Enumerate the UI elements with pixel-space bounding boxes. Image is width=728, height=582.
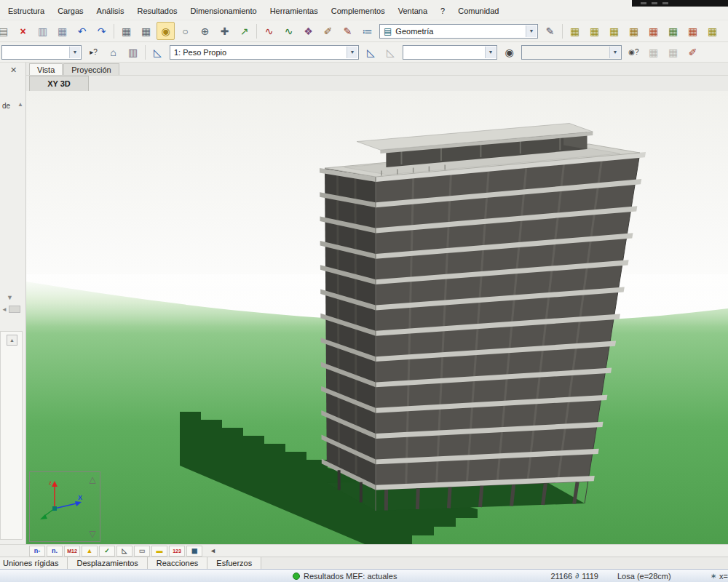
pan-icon[interactable]: ✚ [215, 22, 234, 40]
result-tab-esfuerzos[interactable]: Esfuerzos [207, 557, 261, 569]
status-member-count: 1119 [582, 572, 598, 581]
horizontal-scrollbar[interactable]: ◄ [1, 306, 20, 313]
nodes-numbering-icon[interactable]: n- [29, 546, 45, 557]
menu-comunidad[interactable]: Comunidad [451, 4, 505, 17]
menu-ventana[interactable]: Ventana [392, 4, 434, 17]
result-diagram-icon[interactable]: ∿ [260, 22, 278, 40]
find-results-icon[interactable]: ◉ [500, 43, 518, 61]
zoom-icon[interactable]: ○ [176, 22, 194, 40]
angle-icon[interactable]: ◺ [116, 546, 132, 557]
result-tab-desplazamientos[interactable]: Desplazamientos [68, 557, 147, 569]
calculator2-icon[interactable]: ▦ [137, 22, 155, 40]
display-options-strip: n-n.M12▲✓◺▭▬123▦ ◄ [0, 544, 728, 557]
viewport-3d[interactable]: △ ▽ z X [26, 91, 728, 544]
view-toolbar-group-d: ◉?▦▦✐ [624, 43, 703, 61]
visibility-grid2-icon[interactable]: ▦ [664, 43, 682, 61]
brush-icon[interactable]: ✎ [339, 22, 357, 40]
scroll-up-icon[interactable]: ▲ [17, 101, 23, 108]
nav-down-button[interactable]: ▽ [87, 528, 98, 540]
toolbar-separator [114, 24, 114, 39]
table-grid3-icon[interactable]: ▦ [605, 22, 623, 40]
pointer-mode-combo[interactable]: ▼ [1, 45, 82, 60]
menu--[interactable]: ? [434, 4, 451, 17]
table-grid1-icon[interactable]: ▦ [566, 22, 584, 40]
visibility-combo[interactable]: ▼ [521, 45, 622, 60]
view-toolbar-group-a: ▸?⌂▥◺ [84, 43, 167, 61]
count-separator-icon: ∂ [575, 572, 579, 580]
redo-icon[interactable]: ↷ [92, 22, 111, 40]
menu-estructura[interactable]: Estructura [1, 4, 51, 17]
data-navigator-combo[interactable]: ▤ Geometría ▼ [379, 24, 538, 39]
result-diagram2-icon[interactable]: ∿ [280, 22, 298, 40]
menu-dimensionamiento[interactable]: Dimensionamiento [184, 4, 264, 17]
table-grid2-icon[interactable]: ▦ [585, 22, 604, 40]
menu-an-lisis[interactable]: Análisis [90, 4, 131, 17]
menu-cargas[interactable]: Cargas [51, 4, 90, 17]
lock-icon[interactable]: ◉ [157, 22, 175, 40]
scrollbar-thumb[interactable] [9, 306, 20, 313]
tab-xy-3d[interactable]: XY 3D [29, 76, 89, 91]
grid-colors-icon[interactable]: ▦ [186, 546, 202, 557]
undo-icon[interactable]: ↶ [73, 22, 91, 40]
work-plane-icon[interactable]: ⌂ [104, 43, 122, 61]
table-grid5-icon[interactable]: ▦ [703, 22, 721, 40]
combo-dropdown-icon[interactable]: ▼ [347, 47, 357, 58]
paste-special-icon[interactable]: ▦ [53, 22, 71, 40]
view-tab-proyecci-n[interactable]: Proyección [63, 63, 119, 75]
scroll-down-icon[interactable]: ▼ [7, 294, 13, 301]
combo-dropdown-icon[interactable]: ▼ [526, 25, 537, 37]
copy-icon[interactable]: ▥ [33, 22, 52, 40]
combo-dropdown-icon[interactable]: ▼ [69, 47, 80, 58]
select-info-icon[interactable]: ▸? [84, 43, 103, 61]
navigator-list-icon[interactable]: ≔ [358, 22, 376, 40]
table-green-icon[interactable]: ▦ [664, 22, 682, 40]
nav-up-button[interactable]: △ [87, 474, 98, 485]
axes-icon[interactable]: ↗ [235, 22, 253, 40]
table-red2-icon[interactable]: ▦ [684, 22, 702, 40]
visibility-grid1-icon[interactable]: ▦ [644, 43, 662, 61]
panel-up-button[interactable]: ▲ [7, 335, 17, 346]
table-red-icon[interactable]: ▦ [644, 22, 662, 40]
view-mode-icon[interactable]: ▥ [124, 43, 142, 61]
menu-herramientas[interactable]: Herramientas [264, 4, 325, 17]
show-loads-values-icon[interactable]: ◺ [381, 43, 400, 61]
x-axis-arrow-icon [75, 501, 82, 506]
scroll-back-icon[interactable]: ◄ [210, 547, 216, 554]
coordinate-icon: ∗ [711, 572, 716, 580]
edit-table-icon[interactable]: ✎ [541, 22, 559, 40]
combo-dropdown-icon[interactable]: ▼ [485, 47, 496, 58]
view-toolbar-group-b: ◺◺ [361, 43, 400, 61]
z-axis-arrow-icon [52, 481, 58, 487]
warning-icon[interactable]: ▲ [82, 546, 98, 557]
menu-resultados[interactable]: Resultados [131, 4, 184, 17]
dimension-icon[interactable]: ◺ [149, 43, 167, 61]
numbers-icon[interactable]: 123 [169, 546, 185, 557]
section-icon[interactable]: ▭ [134, 546, 150, 557]
show-loads-icon[interactable]: ◺ [362, 43, 380, 61]
tools-icon[interactable]: ✐ [319, 22, 337, 40]
view-tab-vista[interactable]: Vista [29, 63, 63, 75]
axis-navigation-widget[interactable]: △ ▽ z X [29, 471, 100, 542]
member-label-icon[interactable]: M12 [64, 546, 80, 557]
status-coordinate-label: x= [719, 572, 728, 581]
paintbrush-icon[interactable]: ✐ [684, 43, 702, 61]
check-icon[interactable]: ✓ [99, 546, 115, 557]
find-visibility-icon[interactable]: ◉? [625, 43, 643, 61]
result-tab-reacciones[interactable]: Reacciones [148, 557, 207, 569]
left-docked-panel: ✕ de ▲ ▼ ◄ ▲ [0, 63, 26, 544]
table-grid4-icon[interactable]: ▦ [625, 22, 643, 40]
highlight-icon[interactable]: ▬ [151, 546, 167, 557]
zoom-window-icon[interactable]: ⊕ [196, 22, 214, 40]
menu-complementos[interactable]: Complementos [325, 4, 392, 17]
paste-icon[interactable]: ▤ [0, 22, 12, 40]
load-case-combo[interactable]: 1: Peso Propio ▼ [170, 45, 359, 60]
combo-dropdown-icon[interactable]: ▼ [609, 47, 620, 58]
panel-close-icon[interactable]: ✕ [10, 65, 17, 75]
result-display-combo[interactable]: ▼ [403, 45, 497, 60]
calculator-icon[interactable]: ▦ [117, 22, 135, 40]
scroll-left-icon[interactable]: ◄ [1, 306, 7, 313]
nodes-dot-icon[interactable]: n. [47, 546, 63, 557]
result-tab-uniones-r-gidas[interactable]: Uniones rígidas [0, 557, 68, 569]
delete-icon[interactable]: × [14, 22, 32, 40]
render-mode-icon[interactable]: ❖ [299, 22, 317, 40]
